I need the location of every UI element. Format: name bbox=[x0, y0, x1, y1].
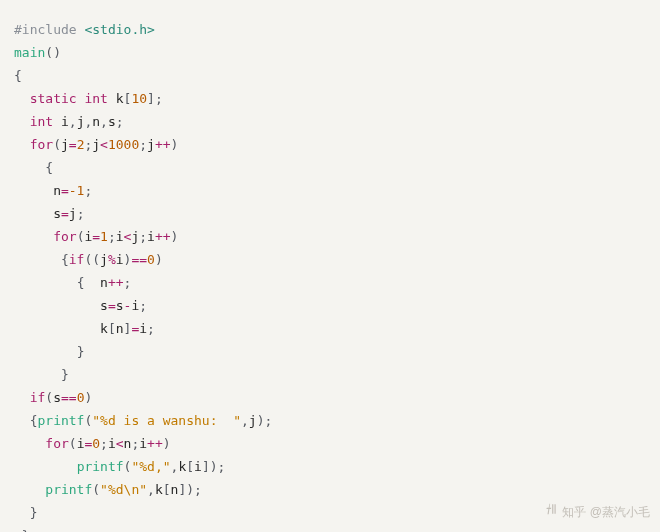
fn-main: main bbox=[14, 45, 45, 60]
watermark-user: @蒸汽小毛 bbox=[590, 501, 650, 524]
watermark-prefix: 知乎 bbox=[562, 501, 586, 524]
preproc-include: #include bbox=[14, 22, 84, 37]
include-header: <stdio.h> bbox=[84, 22, 154, 37]
zhihu-icon bbox=[544, 501, 558, 524]
code-block: #include <stdio.h> main() { static int k… bbox=[0, 0, 660, 532]
watermark: 知乎 @蒸汽小毛 bbox=[544, 501, 650, 524]
